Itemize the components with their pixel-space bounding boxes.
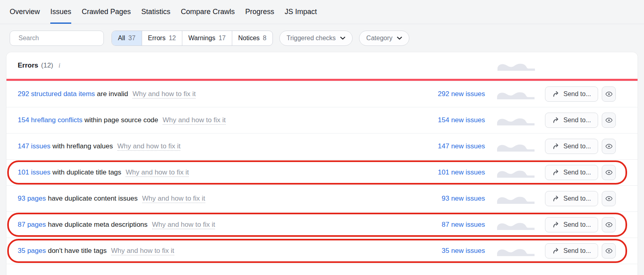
filter-all-label: All (118, 35, 125, 42)
new-issues-link[interactable]: 93 new issues (442, 195, 485, 203)
hide-issue-button[interactable] (602, 191, 616, 206)
hide-issue-button[interactable] (602, 86, 616, 102)
send-arrow-icon (552, 195, 560, 202)
trend-sparkline-placeholder (497, 193, 535, 204)
why-how-link[interactable]: Why and how to fix it (111, 247, 174, 255)
new-issues-link[interactable]: 87 new issues (442, 221, 485, 229)
filter-errors-count: 12 (169, 35, 176, 42)
search-input[interactable] (19, 35, 102, 42)
next-row-partial (6, 264, 638, 275)
issue-description: 101 issueswith duplicate title tagsWhy a… (18, 168, 438, 176)
tab-compare-crawls[interactable]: Compare Crawls (181, 0, 235, 24)
filter-errors-label: Errors (148, 35, 166, 42)
trend-sparkline-placeholder (497, 115, 535, 125)
filter-notices[interactable]: Notices 8 (232, 31, 272, 45)
issue-count-link[interactable]: 101 issues (18, 168, 50, 176)
category-label: Category (366, 35, 392, 42)
hide-issue-button[interactable] (602, 217, 616, 232)
hide-issue-button[interactable] (602, 243, 616, 259)
errors-panel-header: Errors (12) i (6, 52, 638, 79)
hide-issue-button[interactable] (602, 165, 616, 180)
issue-count-link[interactable]: 154 hreflang conflicts (18, 116, 83, 124)
send-to-label: Send to... (564, 143, 591, 150)
issue-text: have duplicate content issues (48, 195, 138, 202)
send-to-label: Send to... (564, 247, 591, 254)
issue-row: 35 pagesdon't have title tagsWhy and how… (6, 238, 638, 264)
send-arrow-icon (552, 221, 560, 228)
filter-warnings[interactable]: Warnings 17 (182, 31, 232, 45)
triggered-checks-dropdown[interactable]: Triggered checks (279, 31, 353, 46)
hide-issue-button[interactable] (602, 139, 616, 154)
why-how-link[interactable]: Why and how to fix it (152, 221, 215, 229)
new-issues-link[interactable]: 292 new issues (438, 90, 485, 98)
issue-row: 154 hreflang conflictswithin page source… (6, 107, 638, 133)
issue-count-link[interactable]: 93 pages (18, 195, 46, 202)
tab-js-impact[interactable]: JS Impact (285, 0, 317, 24)
tab-progress[interactable]: Progress (245, 0, 274, 24)
info-icon[interactable]: i (58, 62, 60, 70)
why-how-link[interactable]: Why and how to fix it (163, 116, 226, 125)
chevron-down-icon (340, 37, 345, 40)
new-issues-link[interactable]: 154 new issues (438, 116, 485, 124)
trend-sparkline-placeholder (497, 60, 535, 71)
errors-panel: Errors (12) i 292 structured data itemsa… (6, 52, 638, 275)
new-issues-link[interactable]: 101 new issues (438, 168, 485, 176)
trend-sparkline-placeholder (497, 89, 535, 99)
issue-description: 154 hreflang conflictswithin page source… (18, 116, 438, 124)
issue-description: 35 pagesdon't have title tagsWhy and how… (18, 247, 442, 255)
send-to-button[interactable]: Send to... (545, 86, 598, 102)
send-to-button[interactable]: Send to... (545, 165, 598, 180)
search-box[interactable] (10, 31, 104, 46)
issue-text: within page source code (85, 116, 158, 124)
tab-issues[interactable]: Issues (50, 0, 71, 24)
why-how-link[interactable]: Why and how to fix it (118, 142, 181, 151)
top-tab-nav: Overview Issues Crawled Pages Statistics… (0, 0, 644, 24)
why-how-link[interactable]: Why and how to fix it (126, 168, 189, 177)
why-how-link[interactable]: Why and how to fix it (132, 90, 196, 99)
eye-icon (605, 142, 613, 150)
issue-text: with duplicate title tags (52, 168, 121, 176)
filter-all[interactable]: All 37 (112, 31, 142, 45)
send-arrow-icon (552, 169, 560, 176)
issue-row: 292 structured data itemsare invalidWhy … (6, 81, 638, 107)
issue-description: 93 pageshave duplicate content issuesWhy… (18, 195, 442, 203)
issue-count-link[interactable]: 87 pages (18, 221, 46, 228)
eye-icon (605, 221, 613, 229)
send-to-button[interactable]: Send to... (545, 191, 598, 206)
issue-text: have duplicate meta descriptions (48, 221, 148, 228)
issue-count-link[interactable]: 35 pages (18, 247, 46, 254)
trend-sparkline-placeholder (497, 220, 535, 230)
filter-warnings-count: 17 (219, 35, 226, 42)
trend-sparkline-placeholder (497, 246, 535, 256)
issue-count-link[interactable]: 292 structured data items (18, 90, 95, 98)
send-to-button[interactable]: Send to... (545, 139, 598, 154)
eye-icon (605, 168, 613, 176)
issue-text: are invalid (97, 90, 128, 98)
triggered-checks-label: Triggered checks (287, 35, 336, 42)
send-arrow-icon (552, 90, 560, 98)
send-arrow-icon (552, 117, 560, 124)
issue-count-link[interactable]: 147 issues (18, 142, 50, 150)
filter-bar: All 37 Errors 12 Warnings 17 Notices 8 T… (0, 24, 644, 52)
send-to-button[interactable]: Send to... (545, 113, 598, 128)
eye-icon (605, 247, 613, 255)
new-issues-link[interactable]: 35 new issues (442, 247, 485, 255)
tab-crawled-pages[interactable]: Crawled Pages (82, 0, 131, 24)
filter-errors[interactable]: Errors 12 (142, 31, 182, 45)
tab-statistics[interactable]: Statistics (141, 0, 170, 24)
issue-text: don't have title tags (48, 247, 107, 254)
send-to-button[interactable]: Send to... (545, 217, 598, 232)
eye-icon (605, 116, 613, 124)
category-dropdown[interactable]: Category (359, 31, 409, 46)
hide-issue-button[interactable] (602, 113, 616, 128)
new-issues-link[interactable]: 147 new issues (438, 142, 485, 150)
send-to-button[interactable]: Send to... (545, 243, 598, 259)
issue-row: 87 pageshave duplicate meta descriptions… (6, 211, 638, 238)
send-arrow-icon (552, 143, 560, 150)
why-how-link[interactable]: Why and how to fix it (142, 195, 205, 203)
tab-overview[interactable]: Overview (10, 0, 40, 24)
send-to-label: Send to... (564, 169, 591, 176)
issue-description: 292 structured data itemsare invalidWhy … (18, 90, 438, 98)
filter-all-count: 37 (128, 35, 136, 42)
issue-text: with hreflang values (52, 142, 113, 150)
